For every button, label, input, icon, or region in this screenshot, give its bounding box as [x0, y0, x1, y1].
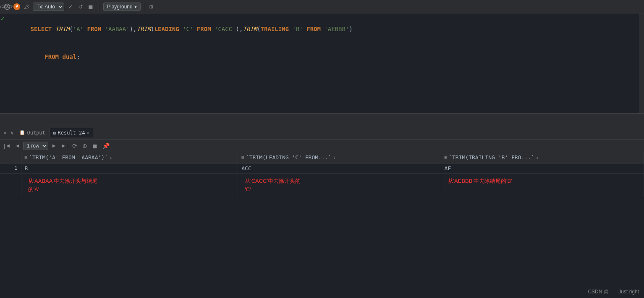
annotation-col2-text: 从'CACC'中去除开头的 'C': [241, 175, 437, 195]
cell-col2[interactable]: ACC: [238, 163, 441, 174]
col1-sort-icon[interactable]: ⇕: [110, 155, 112, 160]
col3-grid-icon: ⊞: [445, 155, 448, 160]
col1-grid-icon: ⊞: [25, 155, 28, 160]
annotation-col1-text: 从'AABAA'中去除开头与结尾 的'A': [25, 175, 235, 195]
from-keyword-3: FROM: [306, 26, 321, 32]
tab-result-24[interactable]: ⊞ Result 24 ✕: [50, 128, 93, 137]
editor-scrollbar[interactable]: [639, 13, 644, 113]
vices-label: vices: [0, 0, 12, 12]
col2-grid-icon: ⊞: [241, 155, 244, 160]
first-page-button[interactable]: |◄: [3, 142, 12, 150]
annotation-col3-text: 从'AEBBB'中去除结尾的'B': [445, 175, 640, 187]
results-panel: » ∨ 📋 Output ⊞ Result 24 ✕ |◄ ◄ 1 row ► …: [0, 126, 644, 297]
from-keyword-2: FROM: [197, 26, 211, 32]
table-row: 1 B ACC AE: [0, 163, 644, 174]
trim-keyword-1: TRIM: [55, 26, 70, 32]
dropdown-arrow-icon: ▾: [134, 4, 137, 10]
output-tab-label: Output: [27, 130, 45, 136]
annotation-col2: 从'CACC'中去除开头的 'C': [238, 174, 441, 197]
col3-header-label: `TRIM(TRAILING 'B' FRO...`: [449, 154, 534, 161]
zoom-button[interactable]: ⊕: [81, 142, 89, 150]
str-C: 'C': [183, 26, 193, 32]
str-CACC: 'CACC': [215, 26, 236, 32]
stop-results-button[interactable]: ◼: [91, 142, 99, 150]
from-keyword-4: FROM: [45, 53, 59, 60]
data-table-container: ⊞ `TRIM('A' FROM 'AABAA')` ⇕ ⊞ `TRIM(LEA…: [0, 152, 644, 297]
cell-col3[interactable]: AE: [441, 163, 644, 174]
check-button[interactable]: ✓: [67, 3, 74, 11]
watermark: CSDN @ Just right: [588, 289, 639, 295]
row-num-cell: 1: [0, 163, 21, 174]
str-AABAA: 'AABAA': [105, 26, 130, 32]
cell-col1[interactable]: B: [21, 163, 238, 174]
row-count-selector[interactable]: 1 row: [23, 142, 48, 150]
line-indicator: ✓: [0, 13, 6, 113]
trim-keyword-3: TRIM: [243, 26, 257, 32]
tabs-bar: » ∨ 📋 Output ⊞ Result 24 ✕: [0, 126, 644, 140]
code-line-1: SELECT TRIM('A' FROM 'AABAA'),TRIM(LEADI…: [9, 15, 636, 43]
separator-2: [145, 3, 145, 11]
result-tab-label: Result 24: [58, 130, 85, 136]
results-toolbar: |◄ ◄ 1 row ► ►| ⟳ ⊕ ◼ 📌: [0, 140, 644, 152]
col2-sort-icon[interactable]: ⇕: [333, 155, 335, 160]
editor-area: ✓ SELECT TRIM('A' FROM 'AABAA'),TRIM(LEA…: [0, 13, 644, 114]
grid-icon: ⊞: [149, 3, 153, 10]
annotation-row-num: [0, 174, 21, 197]
dual-keyword: dual: [62, 53, 76, 60]
from-keyword-1: FROM: [87, 26, 101, 32]
playground-label: Playground: [107, 4, 133, 10]
prev-page-button[interactable]: ◄: [13, 142, 21, 150]
results-table: ⊞ `TRIM('A' FROM 'AABAA')` ⇕ ⊞ `TRIM(LEA…: [0, 152, 644, 197]
leading-keyword: LEADING: [154, 26, 179, 32]
code-editor[interactable]: SELECT TRIM('A' FROM 'AABAA'),TRIM(LEADI…: [6, 13, 639, 113]
playground-button[interactable]: Playground ▾: [103, 3, 141, 11]
str-AEBBB: 'AEBBB': [324, 26, 349, 32]
col3-sort-icon[interactable]: ⇕: [536, 155, 539, 160]
code-line-2: FROM dual;: [9, 43, 636, 71]
wrench-icon: [23, 3, 30, 11]
stop-button[interactable]: ◼: [87, 3, 94, 11]
str-B: 'B': [292, 26, 303, 32]
str-A: 'A': [73, 26, 84, 32]
trailing-keyword: TRAILING: [261, 26, 289, 32]
col1-header-label: `TRIM('A' FROM 'AABAA')`: [29, 154, 108, 161]
col3-header[interactable]: ⊞ `TRIM(TRAILING 'B' FRO...` ⇕: [441, 152, 644, 163]
pin-button[interactable]: 📌: [101, 142, 111, 150]
output-icon: 📋: [19, 130, 25, 135]
table-header-row: ⊞ `TRIM('A' FROM 'AABAA')` ⇕ ⊞ `TRIM(LEA…: [0, 152, 644, 163]
annotation-col1: 从'AABAA'中去除开头与结尾 的'A': [21, 174, 238, 197]
bottom-panel-header: vices: [0, 114, 644, 126]
tab-close-button[interactable]: ✕: [86, 131, 89, 135]
row-num-header: [0, 152, 21, 163]
profile-icon[interactable]: P: [13, 3, 20, 10]
tab-output[interactable]: 📋 Output: [16, 128, 48, 137]
annotation-row: 从'AABAA'中去除开头与结尾 的'A' 从'CACC'中去除开头的 'C' …: [0, 174, 644, 197]
last-page-button[interactable]: ►|: [60, 142, 69, 150]
tx-selector[interactable]: Tx: Auto: [33, 3, 64, 11]
annotation-col3: 从'AEBBB'中去除结尾的'B': [441, 174, 644, 197]
result-icon: ⊞: [53, 130, 56, 136]
undo-button[interactable]: ↺: [77, 3, 84, 11]
refresh-button[interactable]: ⟳: [71, 142, 79, 150]
tabs-expand-icon[interactable]: »: [2, 129, 8, 137]
col1-header[interactable]: ⊞ `TRIM('A' FROM 'AABAA')` ⇕: [21, 152, 238, 163]
separator-1: [99, 3, 99, 11]
next-page-button[interactable]: ►: [50, 142, 58, 150]
main-toolbar: P Tx: Auto ✓ ↺ ◼ Playground ▾ ⊞: [0, 0, 644, 13]
tab-down-icon[interactable]: ∨: [9, 129, 15, 137]
trim-keyword-2: TRIM: [137, 26, 151, 32]
run-indicator: ✓: [0, 15, 6, 22]
col2-header[interactable]: ⊞ `TRIM(LEADING 'C' FROM...` ⇕: [238, 152, 441, 163]
col2-header-label: `TRIM(LEADING 'C' FROM...`: [246, 154, 332, 161]
select-keyword: SELECT: [31, 26, 55, 32]
